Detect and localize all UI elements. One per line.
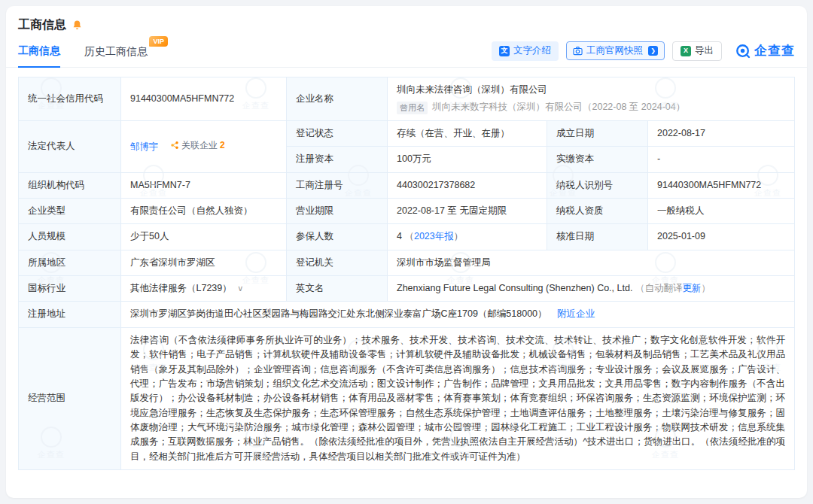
value-english-name: Zhenxiang Future Legal Consulting (Shenz… xyxy=(388,276,795,302)
value-approve-date: 2025-01-09 xyxy=(648,224,795,250)
address-text: 深圳市罗湖区笋岗街道田心社区梨园路与梅园路交汇处东北侧深业泰富广场C座1709（… xyxy=(130,308,547,319)
legal-rep-link[interactable]: 邹博宇 xyxy=(130,141,159,152)
export-label: 导出 xyxy=(695,46,714,56)
text-intro-label: 文字介绍 xyxy=(513,46,551,56)
insured-count: 4 xyxy=(397,231,402,241)
value-taxpayer-no: 91440300MA5HFMN772 xyxy=(648,172,795,198)
value-paid-capital: - xyxy=(648,147,795,172)
auto-translate-note: （自动翻译 xyxy=(635,283,683,293)
label-authority: 登记机关 xyxy=(287,250,388,275)
camera-icon xyxy=(573,46,583,56)
insured-paren-close: ） xyxy=(454,231,464,241)
label-paid-capital: 实缴资本 xyxy=(547,147,648,172)
label-unified-code: 统一社会信用代码 xyxy=(19,77,121,121)
snapshot-label: 工商官网快照 xyxy=(586,46,643,56)
table-row: 组织机构代码 MA5HFMN7-7 工商注册号 440300217378682 … xyxy=(19,172,795,198)
table-row: 企业类型 有限责任公司（自然人独资） 营业期限 2022-08-17 至 无固定… xyxy=(19,198,795,223)
label-biz-term: 营业期限 xyxy=(287,198,388,223)
table-row: 统一社会信用代码 91440300MA5HFMN772 企业名称 圳向未来法律咨… xyxy=(19,77,795,121)
excel-icon: X xyxy=(681,46,691,56)
value-org-code: MA5HFMN7-7 xyxy=(121,172,287,198)
business-info-table-wrap: 统一社会信用代码 91440300MA5HFMN772 企业名称 圳向未来法律咨… xyxy=(6,68,807,481)
qcc-logo-icon xyxy=(735,44,751,59)
table-row: 注册地址 深圳市罗湖区笋岗街道田心社区梨园路与梅园路交汇处东北侧深业泰富广场C座… xyxy=(19,302,795,327)
vip-badge: VIP xyxy=(149,36,168,47)
label-taxpayer-no: 纳税人识别号 xyxy=(547,172,648,198)
label-insured: 参保人数 xyxy=(287,224,388,250)
related-companies-count: 2 xyxy=(220,138,225,153)
text-doc-icon: 文 xyxy=(499,46,510,56)
label-taxpayer-type: 纳税人资质 xyxy=(547,198,648,223)
value-reg-capital: 100万元 xyxy=(388,147,547,172)
value-insured: 4 （2023年报） xyxy=(388,224,547,250)
table-row: 法定代表人 邹博宇 关联企业 2 xyxy=(19,120,795,146)
english-name-text: Zhenxiang Future Legal Consulting (Shenz… xyxy=(397,283,632,293)
nearby-companies-link[interactable]: 附近企业 xyxy=(557,308,595,319)
former-name-text: 圳向未来数字科技（深圳）有限公司（2022-08 至 2024-04） xyxy=(432,100,685,114)
insured-paren-open: （ xyxy=(404,231,414,241)
value-legal-rep: 邹博宇 关联企业 2 xyxy=(121,120,287,172)
qcc-brand[interactable]: 企查查 xyxy=(735,42,795,59)
title-row: 工商信息 xyxy=(6,6,807,38)
label-address: 注册地址 xyxy=(19,302,121,327)
table-row: 国标行业 其他法律服务（L7239） ∨ 英文名 Zhenxiang Futur… xyxy=(19,276,795,302)
export-button[interactable]: X 导出 xyxy=(672,41,722,61)
company-former-line: 曾用名 圳向未来数字科技（深圳）有限公司（2022-08 至 2024-04） xyxy=(397,100,785,114)
value-establish-date: 2022-08-17 xyxy=(648,120,795,146)
bell-icon xyxy=(72,20,83,31)
value-authority: 深圳市市场监督管理局 xyxy=(388,250,795,275)
tab-business-info[interactable]: 工商信息 xyxy=(18,38,60,68)
label-establish-date: 成立日期 xyxy=(547,120,648,146)
page-title: 工商信息 xyxy=(18,17,66,33)
annual-report-link[interactable]: 2023年报 xyxy=(414,231,454,241)
tab-business-info-label: 工商信息 xyxy=(18,44,60,56)
industry-text: 其他法律服务（L7239） xyxy=(130,283,232,293)
business-info-table: 统一社会信用代码 91440300MA5HFMN772 企业名称 圳向未来法律咨… xyxy=(18,77,795,470)
auto-translate-note-close: ） xyxy=(701,283,711,293)
value-scope: 法律咨询（不含依法须律师事务所执业许可的业务）；技术服务、技术开发、技术咨询、技… xyxy=(121,327,795,469)
translate-update-link[interactable]: 更新 xyxy=(682,283,701,293)
label-scope: 经营范围 xyxy=(19,327,121,469)
arrow-right-icon: ❯ xyxy=(648,46,658,56)
tabs: 工商信息 历史工商信息 VIP xyxy=(18,38,148,67)
value-reg-status: 存续（在营、开业、在册） xyxy=(388,120,547,146)
value-unified-code: 91440300MA5HFMN772 xyxy=(121,77,287,121)
label-company-name: 企业名称 xyxy=(287,77,388,121)
label-english-name: 英文名 xyxy=(287,276,388,302)
value-biz-term: 2022-08-17 至 无固定期限 xyxy=(388,198,547,223)
related-companies-label: 关联企业 xyxy=(181,138,218,153)
related-companies-icon xyxy=(170,141,179,150)
label-ent-type: 企业类型 xyxy=(19,198,121,223)
header-actions: 文 文字介绍 工商官网快照 ❯ X 导出 xyxy=(492,41,795,64)
value-taxpayer-type: 一般纳税人 xyxy=(648,198,795,223)
tab-bar: 工商信息 历史工商信息 VIP 文 文字介绍 工商官网快照 ❯ xyxy=(6,38,807,68)
table-row: 所属地区 广东省深圳市罗湖区 登记机关 深圳市市场监督管理局 xyxy=(19,250,795,275)
tab-history-label: 历史工商信息 xyxy=(84,45,148,57)
label-staff-size: 人员规模 xyxy=(19,224,121,250)
value-staff-size: 少于50人 xyxy=(121,224,287,250)
former-name-tag: 曾用名 xyxy=(397,102,428,114)
table-row: 经营范围 法律咨询（不含依法须律师事务所执业许可的业务）；技术服务、技术开发、技… xyxy=(19,327,795,469)
label-org-code: 组织机构代码 xyxy=(19,172,121,198)
value-company-name: 圳向未来法律咨询（深圳）有限公司 曾用名 圳向未来数字科技（深圳）有限公司（20… xyxy=(388,77,795,121)
related-companies[interactable]: 关联企业 2 xyxy=(170,138,225,153)
label-region: 所属地区 xyxy=(19,250,121,275)
value-reg-no: 440300217378682 xyxy=(388,172,547,198)
qcc-brand-text: 企查查 xyxy=(754,42,795,59)
business-info-card: 工商信息 工商信息 历史工商信息 VIP 文 文字介绍 xyxy=(6,6,807,498)
chevron-down-icon[interactable]: ∨ xyxy=(237,284,243,293)
value-industry: 其他法律服务（L7239） ∨ xyxy=(121,276,287,302)
value-region: 广东省深圳市罗湖区 xyxy=(121,250,287,275)
value-address: 深圳市罗湖区笋岗街道田心社区梨园路与梅园路交汇处东北侧深业泰富广场C座1709（… xyxy=(121,302,795,327)
label-reg-no: 工商注册号 xyxy=(287,172,388,198)
tab-history-business-info[interactable]: 历史工商信息 VIP xyxy=(84,38,148,67)
official-snapshot-button[interactable]: 工商官网快照 ❯ xyxy=(566,41,665,60)
label-legal-rep: 法定代表人 xyxy=(19,120,121,172)
label-approve-date: 核准日期 xyxy=(547,224,648,250)
value-ent-type: 有限责任公司（自然人独资） xyxy=(121,198,287,223)
text-intro-button[interactable]: 文 文字介绍 xyxy=(492,41,559,61)
label-reg-capital: 注册资本 xyxy=(287,147,388,172)
label-industry: 国标行业 xyxy=(19,276,121,302)
label-reg-status: 登记状态 xyxy=(287,120,388,146)
table-row: 人员规模 少于50人 参保人数 4 （2023年报） 核准日期 2025-01-… xyxy=(19,224,795,250)
